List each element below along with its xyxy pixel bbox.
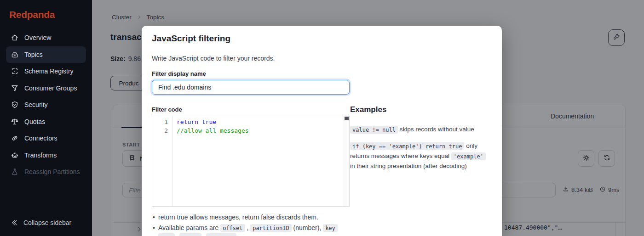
modal-subtitle: Write JavaScript code to filter your rec… [152, 55, 275, 62]
flask-icon [11, 168, 19, 176]
shield-icon [11, 101, 19, 109]
code-chip: if (key == 'example') return true [350, 142, 464, 150]
app-root: Redpanda OverviewTopicsSchema RegistryCo… [0, 0, 644, 236]
code-chip: 'example' [451, 152, 486, 160]
text-segment: in their string presentation (after deco… [350, 163, 467, 169]
code-chip: key [323, 224, 338, 232]
filter-name-label: Filter display name [152, 70, 206, 77]
editor-code[interactable]: return true//allow all messages [172, 116, 344, 206]
clipped-code-chip [206, 233, 236, 236]
clipped-code-chip [179, 233, 201, 236]
modal-notes: return true allows messages, return fals… [152, 212, 494, 236]
sidebar-item-consumer-groups[interactable]: Consumer Groups [6, 80, 86, 97]
sidebar-item-connectors[interactable]: Connectors [6, 130, 86, 147]
sidebar-nav: OverviewTopicsSchema RegistryConsumer Gr… [0, 29, 92, 180]
editor-scrollbar[interactable] [344, 116, 349, 206]
example-item: if (key == 'example') return true only r… [350, 141, 488, 171]
sidebar-item-label: Transforms [24, 152, 57, 159]
home-icon [11, 34, 19, 42]
sidebar-item-label: Security [24, 101, 48, 108]
code-editor[interactable]: 12 return true//allow all messages [152, 116, 350, 207]
collapse-sidebar-label: Collapse sidebar [23, 219, 71, 226]
code-line: //allow all messages [177, 127, 344, 135]
code-chip: partitionID [250, 224, 291, 232]
clipped-code-chip [158, 233, 175, 236]
sidebar-item-label: Overview [24, 34, 51, 41]
code-chip: offset [220, 224, 245, 232]
note-item: Available params are offset , partitionI… [152, 223, 494, 234]
examples-heading: Examples [350, 105, 488, 114]
link-icon [11, 134, 19, 142]
filter-code-label: Filter code [152, 106, 182, 113]
editor-gutter: 12 [152, 116, 172, 206]
filter-name-input[interactable] [152, 80, 350, 95]
javascript-filtering-modal: JavaScript filtering Write JavaScript co… [142, 26, 502, 236]
sidebar-item-security[interactable]: Security [6, 96, 86, 113]
examples-panel: Examples value != null skips records wit… [350, 105, 488, 177]
sidebar-item-schema-registry[interactable]: Schema Registry [6, 63, 86, 80]
line-number: 2 [152, 127, 168, 135]
scales-icon [11, 118, 19, 126]
sidebar-item-transforms[interactable]: Transforms [6, 147, 86, 164]
examples-list: value != null skips records without valu… [350, 124, 488, 171]
sidebar-item-label: Consumer Groups [24, 84, 77, 92]
sidebar-item-topics[interactable]: Topics [6, 46, 86, 63]
sidebar-item-overview[interactable]: Overview [6, 29, 86, 46]
sidebar-item-label: Reassign Partitions [24, 168, 80, 175]
topics-icon [11, 51, 19, 59]
note-item [152, 233, 494, 236]
funnel-icon [11, 84, 19, 92]
sidebar-item-label: Topics [24, 51, 43, 58]
example-item: value != null skips records without valu… [350, 124, 488, 135]
modal-title: JavaScript filtering [152, 34, 230, 44]
sidebar-item-label: Connectors [24, 135, 58, 142]
sidebar: Redpanda OverviewTopicsSchema RegistryCo… [0, 0, 92, 236]
redpanda-logo: Redpanda [0, 0, 92, 20]
code-chip: value != null [350, 126, 398, 134]
sidebar-item-label: Schema Registry [24, 67, 74, 75]
sidebar-item-quotas[interactable]: Quotas [6, 113, 86, 130]
sidebar-item-label: Quotas [24, 118, 45, 125]
collapse-sidebar-button[interactable]: Collapse sidebar [6, 215, 86, 230]
note-item: return true allows messages, return fals… [152, 212, 494, 223]
code-line: return true [177, 118, 344, 127]
text-segment: Available params are [158, 224, 220, 231]
robot-icon [11, 151, 19, 159]
sidebar-item-reassign-partitions: Reassign Partitions [6, 163, 86, 180]
editor-scrollbar-thumb[interactable] [345, 117, 349, 120]
text-segment: skips records without value [400, 126, 474, 133]
text-segment: (number), [293, 224, 323, 231]
line-number: 1 [152, 118, 168, 127]
text-segment: return true allows messages, return fals… [158, 214, 318, 221]
schema-icon [11, 67, 19, 75]
double-chevron-left-icon [11, 219, 18, 226]
